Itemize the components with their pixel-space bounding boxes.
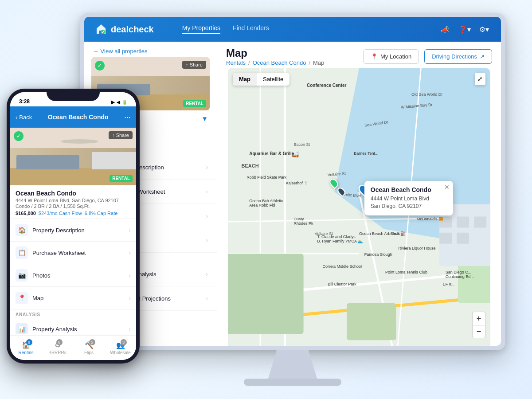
brrrrs-badge: 6: [56, 339, 63, 345]
phone-item-purchase-worksheet[interactable]: 📋 Purchase Worksheet ›: [10, 242, 136, 264]
driving-directions-button[interactable]: Driving Directions ↗: [424, 49, 492, 64]
phone-item-map[interactable]: 📍 Map ›: [10, 287, 136, 309]
road-label-old-seaworld: Old Sea World Dr: [411, 92, 442, 97]
phone-cashflow: $243/mo Cash Flow: [39, 211, 82, 216]
monitor-base: [244, 379, 341, 386]
map-satellite-toggle: Map Satellite: [233, 73, 289, 86]
phone-notch: [47, 89, 100, 101]
header-right: 📣 ❓▾ ⚙▾: [439, 23, 490, 35]
phone-item-photos[interactable]: 📷 Photos ›: [10, 264, 136, 287]
place-bill-cleator: Bill Cleator Park: [328, 282, 356, 286]
nav-find-lenders[interactable]: Find Lenders: [233, 24, 269, 34]
place-oc-athletic: Ocean Bch AthleticArea Robb Fld: [249, 199, 283, 207]
phone-item-property-analysis[interactable]: 📊 Property Analysis ›: [10, 318, 136, 334]
map-zoom-out-button[interactable]: −: [472, 325, 485, 338]
popup-title: Ocean Beach Condo: [371, 186, 447, 193]
map-fullscreen-button[interactable]: ⤢: [475, 73, 485, 85]
poi-dark-pin1: [338, 187, 344, 196]
sidebar-share-button[interactable]: ↑ Share: [182, 61, 206, 69]
breadcrumb-property[interactable]: Ocean Beach Condo: [253, 59, 306, 66]
sidebar-dropdown-icon[interactable]: ▼: [201, 115, 208, 122]
phone-rental-badge: RENTAL: [110, 175, 133, 182]
place-robb-field: Robb Field Skate Park: [246, 175, 286, 180]
desktop-main: ← View all properties ✓ ↑ Share RENTAL: [84, 42, 501, 346]
rentals-badge: 8: [26, 339, 32, 345]
flips-label: Flips: [84, 350, 94, 355]
chevron-right-icon-6: ›: [206, 295, 208, 302]
phone-purchase-worksheet-label: Purchase Worksheet: [32, 250, 129, 256]
back-label: Back: [19, 114, 32, 121]
phone-status-icons: ▶ ◀ 🔋: [111, 100, 127, 105]
my-location-button[interactable]: 📍 My Location: [363, 49, 419, 64]
phone-tab-brrrrs[interactable]: ♻ 6 BRRRRs: [42, 336, 73, 360]
svg-rect-16: [439, 233, 452, 244]
logo-text: dealcheck: [111, 24, 154, 35]
phone-chevron-1: ›: [129, 227, 131, 234]
place-mcdonalds: McDonald's 🍔: [417, 217, 443, 221]
phone-item-property-description[interactable]: 🏠 Property Description ›: [10, 219, 136, 242]
phone-photos-label: Photos: [32, 272, 129, 279]
rentals-tab-icon-wrap: 🏠 8: [22, 341, 31, 349]
phone-screen: 3:28 ▶ ◀ 🔋 ‹ Back Ocean Beach Condo ···: [10, 92, 136, 360]
phone-nav-bar: ‹ Back Ocean Beach Condo ···: [10, 106, 136, 128]
phone-tab-flips[interactable]: 🔨 5 Flips: [73, 336, 105, 360]
place-pt-loma-tennis: Point Loma Tennis Club: [385, 270, 427, 274]
phone-map-label: Map: [32, 295, 129, 301]
flips-tab-icon-wrap: 🔨 5: [85, 341, 94, 349]
place-correia: Correia Middle School: [322, 264, 362, 269]
logo-icon: [95, 23, 107, 35]
wifi-icon: ▶: [111, 100, 115, 105]
phone-tab-rentals[interactable]: 🏠 8 Rentals: [10, 336, 42, 360]
rentals-label: Rentals: [19, 350, 34, 355]
my-location-label: My Location: [380, 53, 411, 60]
phone-chevron-4: ›: [129, 294, 131, 301]
settings-icon[interactable]: ⚙▾: [478, 23, 490, 35]
page-actions: 📍 My Location Driving Directions ↗: [363, 49, 492, 64]
phone-property-details: Condo / 2 BR / 2 BA / 1,550 Sq.Ft.: [16, 203, 131, 209]
phone-chevron-5: ›: [129, 325, 131, 332]
phone-chevron-2: ›: [129, 249, 131, 256]
phone-more-button[interactable]: ···: [124, 113, 131, 122]
help-icon[interactable]: ❓▾: [458, 23, 471, 35]
nav-my-properties[interactable]: My Properties: [182, 24, 220, 34]
phone-map-pin-icon: 📍: [16, 292, 28, 304]
popup-address: 4444 W Point Loma Blvd San Diego, CA 921…: [371, 195, 447, 210]
phone-share-button[interactable]: ↑ Share: [109, 131, 133, 139]
breadcrumb-rentals[interactable]: Rentals: [226, 59, 246, 66]
map-background: Sea World Dr W Mission Bay Dr Old Sea Wo…: [228, 68, 490, 346]
satellite-view-button[interactable]: Satellite: [257, 73, 289, 86]
app-header: dealcheck My Properties Find Lenders 📣 ❓…: [84, 17, 501, 42]
wholesale-badge: 3: [121, 339, 127, 345]
map-container[interactable]: Sea World Dr W Mission Bay Dr Old Sea Wo…: [228, 68, 490, 346]
flips-badge: 5: [89, 339, 95, 345]
page-title: Map: [226, 47, 324, 59]
place-barnese: Barnes Tent...: [354, 151, 378, 156]
phone-tab-wholesale[interactable]: 👥 3 Wholesale: [105, 336, 136, 360]
phone-menu: 🏠 Property Description › 📋 Purchase Work…: [10, 219, 136, 334]
monitor-screen: dealcheck My Properties Find Lenders 📣 ❓…: [84, 17, 501, 346]
phone-property-info: Ocean Beach Condo 4444 W Point Loma Blvd…: [10, 185, 136, 219]
chevron-right-icon-2: ›: [206, 188, 208, 195]
map-zoom-in-button[interactable]: +: [472, 312, 485, 325]
map-view-button[interactable]: Map: [233, 73, 257, 86]
phone-chevron-3: ›: [129, 272, 131, 279]
megaphone-icon[interactable]: 📣: [439, 23, 451, 35]
phone-analysis-section-header: ANALYSIS: [10, 309, 136, 318]
monitor: dealcheck My Properties Find Lenders 📣 ❓…: [80, 13, 505, 386]
map-popup: ✕ Ocean Beach Condo 4444 W Point Loma Bl…: [364, 181, 453, 215]
phone-cap-rate: 6.8% Cap Rate: [85, 211, 118, 216]
rental-badge: RENTAL: [183, 100, 206, 107]
monitor-frame: dealcheck My Properties Find Lenders 📣 ❓…: [80, 13, 505, 350]
driving-directions-label: Driving Directions: [432, 53, 477, 60]
phone-back-button[interactable]: ‹ Back: [16, 114, 32, 121]
poi-kayak-bar: 🛶: [291, 151, 299, 158]
svg-rect-15: [474, 217, 486, 228]
sidebar-back-link[interactable]: ← View all properties: [84, 42, 217, 57]
place-conference: Conference Center: [307, 83, 346, 88]
svg-rect-11: [347, 303, 396, 340]
popup-close-button[interactable]: ✕: [444, 184, 450, 191]
logo-area: dealcheck: [95, 23, 154, 35]
signal-icon: ◀: [117, 100, 120, 105]
phone: 3:28 ▶ ◀ 🔋 ‹ Back Ocean Beach Condo ···: [7, 89, 140, 372]
phone-property-image: ✓ ↑ Share RENTAL: [10, 128, 136, 185]
